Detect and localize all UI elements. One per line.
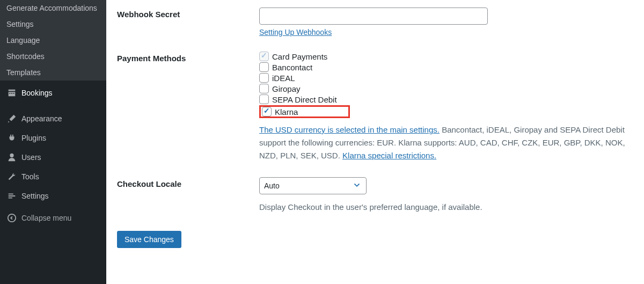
sidebar-item-plugins[interactable]: Plugins xyxy=(0,128,106,148)
sidebar-item-label: Plugins xyxy=(21,134,46,142)
brush-icon xyxy=(6,113,17,124)
sidebar-item-label: Shortcodes xyxy=(6,52,45,61)
collapse-menu-button[interactable]: Collapse menu xyxy=(0,208,106,228)
webhook-help-link[interactable]: Setting Up Webhooks xyxy=(259,28,332,37)
currency-settings-link[interactable]: The USD currency is selected in the main… xyxy=(259,125,440,134)
sidebar-item-label: Bookings xyxy=(21,89,53,97)
checkbox-card-payments xyxy=(259,52,269,61)
webhook-secret-label: Webhook Secret xyxy=(117,8,259,37)
sidebar-item-label: Users xyxy=(21,153,41,162)
payment-methods-description: The USD currency is selected in the main… xyxy=(259,123,633,162)
checkbox-label: Card Payments xyxy=(272,52,327,61)
checkbox-label: iDEAL xyxy=(272,74,295,83)
payment-option-sepa: SEPA Direct Debit xyxy=(259,94,633,104)
sidebar-item-shortcodes[interactable]: Shortcodes xyxy=(0,48,106,64)
checkout-locale-select[interactable]: Auto xyxy=(259,177,367,194)
checkbox-klarna[interactable] xyxy=(262,107,272,116)
checkbox-label: Giropay xyxy=(272,84,301,93)
checkbox-bancontact[interactable] xyxy=(259,62,269,72)
settings-content: Webhook Secret Setting Up Webhooks Payme… xyxy=(106,0,644,284)
klarna-restrictions-link[interactable]: Klarna special restrictions. xyxy=(342,151,436,160)
sidebar-item-label: Templates xyxy=(6,68,41,77)
sidebar-item-appearance[interactable]: Appearance xyxy=(0,109,106,128)
chevron-down-icon xyxy=(352,180,362,192)
sidebar-item-generate-accommodations[interactable]: Generate Accommodations xyxy=(0,0,106,16)
sidebar-item-settings[interactable]: Settings xyxy=(0,186,106,206)
select-value: Auto xyxy=(264,181,280,190)
user-icon xyxy=(6,152,17,163)
sidebar-item-label: Generate Accommodations xyxy=(6,4,97,12)
checkbox-sepa[interactable] xyxy=(259,94,269,104)
checkout-locale-label: Checkout Locale xyxy=(117,177,259,214)
checkbox-ideal[interactable] xyxy=(259,73,269,83)
svg-point-0 xyxy=(8,214,16,222)
checkout-locale-row: Checkout Locale Auto Display Checkout in… xyxy=(117,170,633,221)
sidebar-item-users[interactable]: Users xyxy=(0,148,106,167)
calendar-icon xyxy=(6,88,17,98)
admin-sidebar: Generate Accommodations Settings Languag… xyxy=(0,0,106,284)
payment-methods-label: Payment Methods xyxy=(117,52,259,162)
payment-option-ideal: iDEAL xyxy=(259,73,633,83)
payment-option-card: Card Payments xyxy=(259,52,633,61)
sidebar-item-label: Settings xyxy=(21,192,49,200)
sidebar-item-tools[interactable]: Tools xyxy=(0,167,106,186)
webhook-secret-input[interactable] xyxy=(259,8,488,25)
checkbox-label: Klarna xyxy=(275,107,346,116)
wrench-icon xyxy=(6,171,17,182)
payment-option-klarna: Klarna xyxy=(259,105,633,118)
plug-icon xyxy=(6,133,17,143)
sidebar-item-bookings[interactable]: Bookings xyxy=(0,83,106,103)
klarna-highlight: Klarna xyxy=(259,105,350,118)
sidebar-item-label: Language xyxy=(6,36,40,45)
checkbox-label: Bancontact xyxy=(272,63,312,72)
sidebar-item-label: Settings xyxy=(6,20,34,28)
checkout-locale-help: Display Checkout in the user's preferred… xyxy=(259,201,633,214)
sidebar-item-label: Appearance xyxy=(21,114,62,123)
collapse-icon xyxy=(6,213,17,223)
payment-option-giropay: Giropay xyxy=(259,84,633,93)
checkbox-giropay[interactable] xyxy=(259,84,269,93)
webhook-secret-row: Webhook Secret Setting Up Webhooks xyxy=(117,0,633,44)
payment-methods-row: Payment Methods Card Payments Bancontact… xyxy=(117,44,633,170)
sidebar-item-templates[interactable]: Templates xyxy=(0,64,106,81)
checkbox-label: SEPA Direct Debit xyxy=(272,95,337,104)
save-changes-button[interactable]: Save Changes xyxy=(117,231,181,248)
sidebar-item-label: Collapse menu xyxy=(21,214,71,222)
sidebar-item-label: Tools xyxy=(21,172,39,181)
sliders-icon xyxy=(6,191,17,201)
payment-option-bancontact: Bancontact xyxy=(259,62,633,72)
sidebar-item-settings-sub[interactable]: Settings xyxy=(0,16,106,32)
sidebar-item-language[interactable]: Language xyxy=(0,32,106,48)
